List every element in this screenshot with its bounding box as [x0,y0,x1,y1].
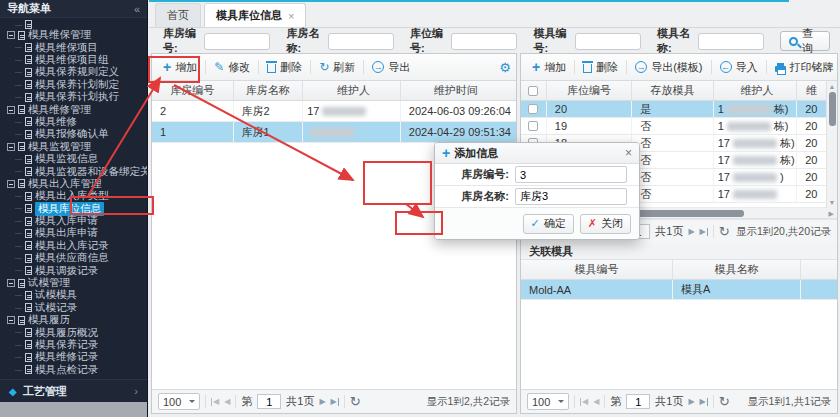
close-icon[interactable]: × [625,146,632,160]
collapse-sidebar-icon[interactable]: « [134,3,140,15]
warehouse-name-input[interactable] [328,33,394,50]
next-page-button[interactable]: ▶ [688,227,694,236]
add-button[interactable]: +增加 [157,58,203,77]
edit-button[interactable]: ✎修改 [208,58,256,77]
last-page-button[interactable]: ▶ [700,227,708,236]
table-row[interactable]: 1库房12024-04-29 09:51:34 [152,122,516,143]
last-page-button[interactable]: ▶ [700,397,708,406]
column-header[interactable]: 模具名称 [673,260,801,279]
column-header[interactable]: 库位编号 [547,81,632,100]
sidebar-item[interactable]: 模具点检记录 [0,364,147,376]
scrollbar-thumb[interactable] [829,92,836,126]
table-row[interactable]: Mold-AA模具A [521,280,837,300]
prev-page-button[interactable]: ◀ [593,397,599,406]
sidebar-item[interactable]: 模具监视管理 [0,141,147,153]
sidebar-item[interactable]: 模具供应商信息 [0,252,147,264]
column-header[interactable]: 维 [797,81,826,100]
sidebar-item[interactable]: 试模管理 [0,277,147,289]
vertical-scrollbar[interactable]: ▲ ▼ [826,81,837,208]
table-row[interactable]: 2库房2172024-06-03 09:26:04 [152,101,516,122]
gear-icon[interactable]: ⚙ [499,60,511,75]
table-row[interactable]: 20是1栋)20 [521,101,826,118]
collapse-toggle-icon[interactable] [7,106,15,114]
page-size-select[interactable]: 100 [527,393,569,410]
print-nameplate-button[interactable]: 打印铭牌 [769,58,838,77]
prev-page-button[interactable]: ◀ [224,397,230,406]
page-size-select[interactable]: 100 [158,393,200,410]
export-template-button[interactable]: →导出(模板) [629,58,708,77]
row-checkbox[interactable] [521,118,547,134]
collapse-toggle-icon[interactable] [7,143,15,151]
sidebar-item[interactable]: 模具出入库记录 [0,240,147,252]
column-header[interactable]: 存放模具 [632,81,713,100]
close-tab-icon[interactable]: × [288,10,294,22]
delete-button[interactable]: 删除 [577,58,624,77]
sidebar-item[interactable]: 模具维修管理 [0,103,147,115]
sidebar-item[interactable]: 模具库位信息 [0,202,147,214]
sidebar-item[interactable]: 模具维修记录 [0,351,147,363]
sidebar-item[interactable]: 模具维修 [0,116,147,128]
tab-home[interactable]: 首页 [155,3,201,27]
sidebar-item[interactable]: 模具保养计划执行 [0,91,147,103]
refresh-button[interactable]: ↻ [350,396,361,407]
column-header[interactable]: 库房名称 [234,81,304,100]
collapse-toggle-icon[interactable] [7,31,15,39]
collapse-toggle-icon[interactable] [7,180,15,188]
confirm-button[interactable]: ✓确定 [523,214,574,234]
first-page-button[interactable]: ◀ [211,397,219,406]
scroll-up-icon[interactable]: ▲ [829,83,836,90]
sidebar-item[interactable]: 模具入库申请 [0,215,147,227]
next-page-button[interactable]: ▶ [319,397,325,406]
location-code-input[interactable] [451,33,517,50]
sidebar-item[interactable]: 模具保养规则定义 [0,66,147,78]
collapse-toggle-icon[interactable] [7,279,15,287]
collapse-toggle-icon[interactable] [7,316,15,324]
import-button[interactable]: ←导入 [714,58,764,77]
tab-mold-location-info[interactable]: 模具库位信息 × [204,3,306,27]
sidebar-item[interactable]: 模具报修确认单 [0,128,147,140]
sidebar-item[interactable]: 模具保养计划制定 [0,79,147,91]
scroll-right-icon[interactable]: ▶ [829,210,834,217]
sidebar-item[interactable]: 试模模具 [0,289,147,301]
column-header[interactable]: 维护时间 [401,81,516,100]
refresh-button[interactable]: ↻ [719,396,730,407]
last-page-button[interactable]: ▶ [331,397,339,406]
next-page-button[interactable]: ▶ [688,397,694,406]
sidebar-item[interactable]: 模具监视器和设备绑定关系 [0,165,147,177]
sidebar-item[interactable]: 模具出入库类型 [0,190,147,202]
page-number-input[interactable] [626,394,650,409]
column-header[interactable]: 库房编号 [152,81,234,100]
add-button[interactable]: +增加 [526,58,572,77]
row-checkbox[interactable] [521,101,547,117]
sidebar-item[interactable]: 模具调拨记录 [0,264,147,276]
column-header[interactable]: 维护人 [714,81,797,100]
scroll-down-icon[interactable]: ▼ [829,199,836,206]
sidebar-item[interactable]: 模具维保项目组 [0,54,147,66]
warehouse-code-input[interactable] [515,166,627,183]
table-row[interactable]: 19否1栋)20 [521,118,826,135]
sidebar-item[interactable]: 试模记录 [0,302,147,314]
sidebar-item[interactable]: 模具出入库管理 [0,178,147,190]
query-button[interactable]: 查询 [780,31,830,51]
sidebar-item[interactable]: 模具维保管理 [0,29,147,41]
select-all-checkbox[interactable] [521,81,547,100]
sidebar-item[interactable]: 模具监视信息 [0,153,147,165]
first-page-button[interactable]: ◀ [580,397,588,406]
export-button[interactable]: →导出 [366,58,416,77]
close-button[interactable]: ✗关闭 [580,214,631,234]
sidebar-item[interactable]: 模具履历 [0,314,147,326]
sidebar-footer-process-management[interactable]: ◆ 工艺管理 › [0,379,147,402]
delete-button[interactable]: 删除 [261,58,308,77]
warehouse-code-input[interactable] [204,33,270,50]
sidebar-item[interactable]: 模具出库申请 [0,227,147,239]
warehouse-name-input[interactable] [515,188,627,205]
sidebar-item[interactable]: 模具维保项目 [0,41,147,53]
column-header[interactable]: 模具编号 [521,260,673,279]
sidebar-item[interactable]: 模具保养记录 [0,339,147,351]
page-number-input[interactable] [257,394,281,409]
sidebar-item[interactable]: 模具履历概况 [0,326,147,338]
mold-name-input[interactable] [698,33,764,50]
mold-code-input[interactable] [575,33,641,50]
column-header[interactable]: 维护人 [303,81,400,100]
refresh-button[interactable]: ↻ [719,226,730,237]
